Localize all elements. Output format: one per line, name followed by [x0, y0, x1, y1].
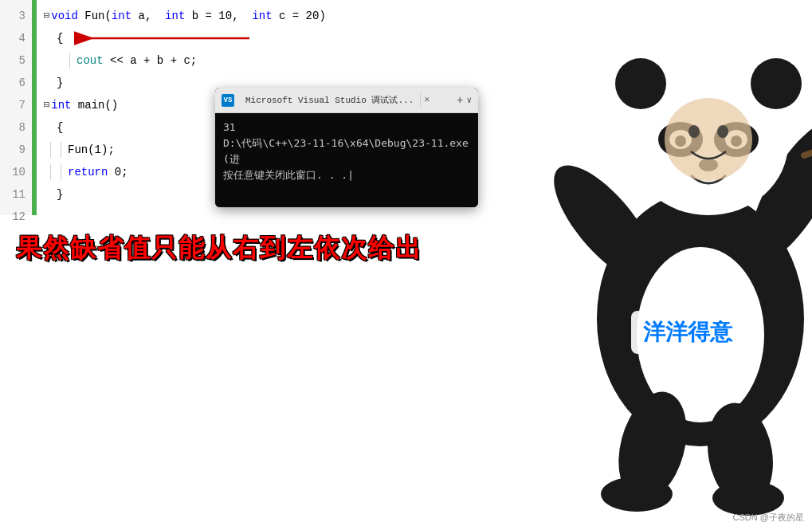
line-num-10: 10: [0, 161, 32, 183]
green-indicator-bar: [32, 0, 37, 215]
line-numbers: 3 4 5 6 7 8 9 10 11 12: [0, 0, 32, 215]
terminal-window: VS Microsoft Visual Studio 调试试... × + ∨ …: [215, 88, 478, 207]
svg-point-8: [601, 477, 673, 512]
line-num-7: 7: [0, 94, 32, 116]
indent-marker-9a: [50, 142, 51, 158]
keyword-int-c: int: [252, 5, 272, 27]
keyword-int-a: int: [112, 5, 131, 27]
brace-close-2: }: [57, 183, 63, 206]
caption-text: 果然缺省值只能从右到左依次给出: [16, 231, 422, 266]
terminal-output-line1: 31: [223, 120, 470, 135]
param-c: c = 20): [279, 5, 326, 27]
brace-open-1: {: [57, 27, 63, 49]
svg-point-9: [712, 481, 784, 516]
return-value: 0;: [115, 161, 128, 183]
code-line-3: ⊟ void Fun( int a, int b = 10, int c = 2…: [44, 5, 326, 27]
keyword-int-b: int: [165, 5, 185, 27]
main-func: main(): [78, 94, 118, 116]
svg-point-11: [615, 58, 666, 109]
code-line-4: {: [44, 27, 326, 49]
terminal-output-line2: D:\代码\C++\23-11-16\x64\Debug\23-11.exe (…: [223, 135, 470, 167]
fun-call: Fun(1);: [68, 139, 115, 161]
code-line-12: [44, 206, 326, 228]
keyword-cout: cout: [76, 49, 104, 72]
line-num-3: 3: [0, 5, 32, 27]
watermark-text: CSDN @子夜的星: [733, 512, 804, 524]
line-num-9: 9: [0, 139, 32, 161]
svg-point-21: [688, 125, 700, 138]
indent-marker-9b: [61, 142, 61, 158]
terminal-chevron-icon[interactable]: ∨: [466, 95, 472, 105]
terminal-new-tab-button[interactable]: +: [457, 94, 463, 107]
panda-mascot: [477, 0, 812, 530]
panda-label-text: 洋洋得意: [631, 311, 744, 354]
code-line-5: cout << a + b + c;: [44, 49, 326, 72]
terminal-tabs: Microsoft Visual Studio 调试试... ×: [239, 92, 450, 108]
terminal-close-button[interactable]: ×: [424, 95, 430, 106]
indent-marker-10a: [50, 164, 51, 180]
indent-marker-10b: [61, 164, 61, 180]
func-name: Fun(: [84, 5, 112, 27]
vs-icon: VS: [222, 94, 234, 107]
line-num-6: 6: [0, 72, 32, 94]
param-a: a,: [138, 5, 165, 27]
collapse-icon-7[interactable]: ⊟: [44, 94, 49, 116]
terminal-tab-label[interactable]: Microsoft Visual Studio 调试试...: [239, 92, 421, 108]
svg-point-12: [751, 58, 802, 109]
keyword-void: void: [51, 5, 78, 27]
line-num-11: 11: [0, 183, 32, 206]
terminal-output-line3: 按任意键关闭此窗口. . .|: [223, 167, 470, 183]
indent-marker-5: [69, 53, 70, 69]
brace-close-1: }: [57, 72, 63, 94]
terminal-body: 31 D:\代码\C++\23-11-16\x64\Debug\23-11.ex…: [215, 113, 478, 207]
keyword-int-main: int: [51, 94, 71, 116]
line-num-12: 12: [0, 206, 32, 228]
svg-point-20: [665, 98, 752, 181]
cout-operator: << a + b + c;: [110, 49, 197, 72]
line-num-5: 5: [0, 49, 32, 72]
collapse-icon-3[interactable]: ⊟: [44, 5, 49, 27]
terminal-titlebar: VS Microsoft Visual Studio 调试试... × + ∨: [215, 88, 478, 113]
line-num-4: 4: [0, 27, 32, 49]
svg-point-22: [717, 125, 728, 138]
keyword-return: return: [68, 161, 108, 183]
line-num-8: 8: [0, 116, 32, 139]
param-b: b = 10,: [192, 5, 253, 27]
brace-open-2: {: [57, 116, 63, 139]
